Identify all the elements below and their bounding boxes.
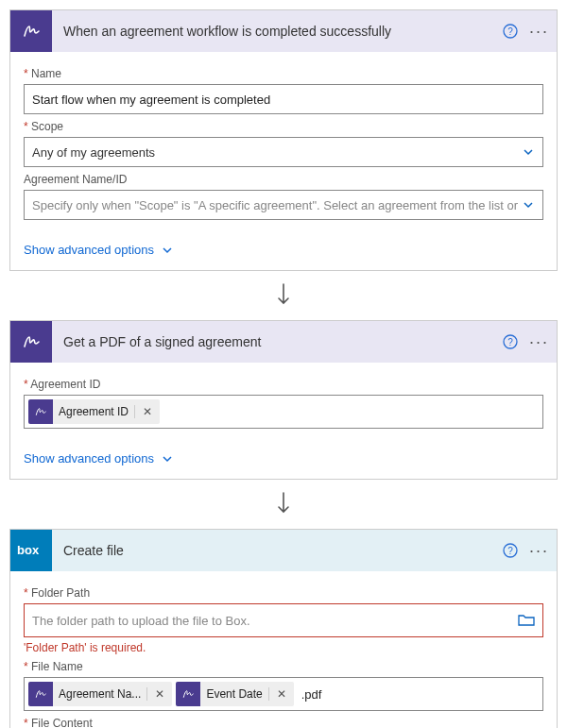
step-when-agreement-completed: When an agreement workflow is completed … — [9, 9, 558, 271]
token-agreement-name[interactable]: Agreement Na... ✕ — [28, 682, 172, 706]
filename-suffix: .pdf — [301, 687, 322, 702]
chevron-down-icon — [162, 453, 173, 465]
file-name-input[interactable]: Agreement Na... ✕ Event Date ✕ .pdf — [24, 677, 543, 711]
adobe-sign-icon — [28, 682, 53, 706]
step2-header[interactable]: Get a PDF of a signed agreement ? ··· — [10, 321, 557, 363]
scope-select[interactable]: Any of my agreements — [24, 137, 543, 167]
folder-placeholder: The folder path to upload the file to Bo… — [28, 614, 250, 628]
help-icon[interactable]: ? — [503, 543, 518, 558]
chevron-down-icon — [522, 198, 535, 212]
adobe-sign-icon — [10, 321, 52, 363]
adobe-sign-icon — [10, 10, 52, 52]
show-advanced-link[interactable]: Show advanced options — [10, 233, 557, 270]
more-icon[interactable]: ··· — [529, 23, 549, 40]
help-icon[interactable]: ? — [503, 334, 518, 349]
agreement-id-input[interactable]: Agreement ID ✕ — [24, 395, 543, 429]
advanced-text: Show advanced options — [24, 243, 154, 257]
file-name-label: File Name — [24, 660, 543, 673]
token-label: Agreement Na... — [53, 687, 146, 701]
svg-text:box: box — [17, 543, 40, 557]
agreement-label: Agreement Name/ID — [24, 173, 543, 186]
adobe-sign-icon — [28, 399, 53, 424]
show-advanced-link[interactable]: Show advanced options — [10, 442, 557, 479]
scope-value: Any of my agreements — [32, 145, 522, 160]
token-label: Event Date — [200, 687, 267, 701]
svg-text:?: ? — [507, 26, 513, 37]
folder-path-input[interactable]: The folder path to upload the file to Bo… — [24, 603, 543, 637]
advanced-text: Show advanced options — [24, 451, 154, 466]
svg-text:?: ? — [507, 546, 513, 556]
chevron-down-icon — [522, 145, 535, 159]
step1-header[interactable]: When an agreement workflow is completed … — [10, 10, 557, 52]
token-remove-icon[interactable]: ✕ — [146, 687, 172, 701]
agreement-id-label: Agreement ID — [24, 378, 543, 391]
flow-arrow — [9, 282, 558, 309]
step3-title: Create file — [52, 543, 503, 558]
box-icon: box — [10, 530, 52, 571]
token-remove-icon[interactable]: ✕ — [134, 405, 160, 418]
step1-title: When an agreement workflow is completed … — [52, 24, 503, 39]
token-label: Agreement ID — [53, 405, 134, 418]
more-icon[interactable]: ··· — [529, 333, 549, 350]
agreement-select[interactable]: Specify only when "Scope" is "A specific… — [24, 190, 543, 220]
folder-path-label: Folder Path — [24, 586, 543, 600]
more-icon[interactable]: ··· — [529, 542, 549, 559]
file-content-label: File Content — [24, 717, 543, 728]
token-remove-icon[interactable]: ✕ — [268, 687, 294, 701]
help-icon[interactable]: ? — [503, 24, 518, 39]
chevron-down-icon — [162, 245, 173, 256]
folder-error: 'Folder Path' is required. — [24, 641, 543, 654]
step3-header[interactable]: box Create file ? ··· — [10, 530, 557, 571]
step2-title: Get a PDF of a signed agreement — [52, 334, 503, 349]
token-agreement-id[interactable]: Agreement ID ✕ — [28, 399, 160, 424]
name-label: Name — [24, 67, 543, 80]
step-create-file: box Create file ? ··· Folder Path The fo… — [9, 529, 558, 728]
folder-picker-icon[interactable] — [518, 614, 539, 627]
scope-label: Scope — [24, 120, 543, 133]
token-event-date[interactable]: Event Date ✕ — [176, 682, 293, 706]
name-input[interactable] — [24, 84, 543, 114]
step-get-pdf: Get a PDF of a signed agreement ? ··· Ag… — [9, 320, 558, 480]
flow-arrow — [9, 491, 558, 517]
agreement-placeholder: Specify only when "Scope" is "A specific… — [32, 198, 522, 212]
svg-text:?: ? — [507, 337, 513, 347]
adobe-sign-icon — [176, 682, 200, 706]
